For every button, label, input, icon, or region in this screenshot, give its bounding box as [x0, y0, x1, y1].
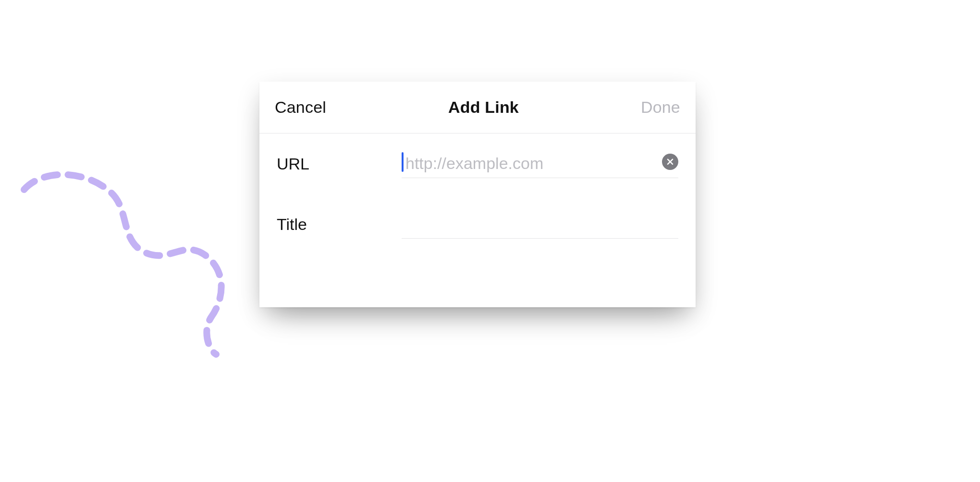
dialog-header: Cancel Add Link Done: [259, 82, 696, 133]
cancel-button[interactable]: Cancel: [275, 98, 326, 117]
url-input[interactable]: [402, 149, 678, 178]
url-row: URL: [259, 133, 696, 194]
title-row: Title: [259, 194, 696, 254]
url-input-wrap: [402, 149, 678, 178]
text-caret: [402, 152, 404, 172]
close-circle-icon: [666, 157, 674, 165]
add-link-dialog: Cancel Add Link Done URL Title: [259, 82, 696, 307]
done-button[interactable]: Done: [641, 98, 680, 117]
clear-url-button[interactable]: [662, 153, 678, 169]
title-input[interactable]: [402, 210, 678, 238]
url-label: URL: [277, 155, 402, 173]
title-input-wrap: [402, 210, 678, 239]
title-label: Title: [277, 215, 402, 234]
decorative-squiggle: [10, 163, 259, 365]
dialog-title: Add Link: [448, 98, 519, 117]
